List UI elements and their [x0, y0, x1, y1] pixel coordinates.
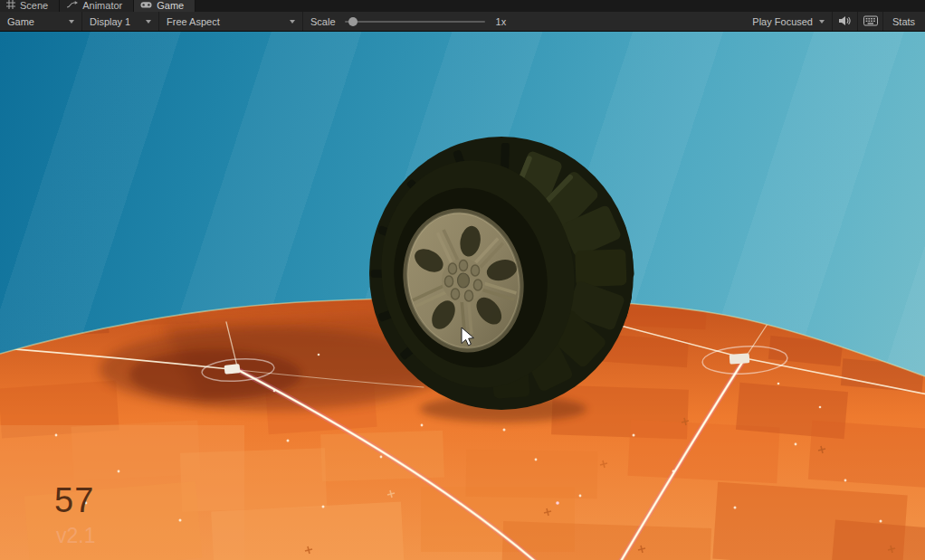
dropdown-label: Game	[7, 16, 34, 27]
version-label: v2.1	[56, 524, 95, 548]
chevron-down-icon	[146, 20, 151, 24]
game-toolbar: Game Display 1 Free Aspect Scale 1x Play…	[0, 12, 925, 32]
scale-value: 1x	[496, 16, 507, 27]
tab-label: Scene	[20, 0, 48, 11]
tab-label: Animator	[82, 0, 122, 11]
tab-animator[interactable]: Animator	[60, 0, 134, 12]
tab-game[interactable]: Game	[134, 0, 195, 12]
animator-icon	[66, 0, 78, 11]
tab-scene[interactable]: Scene	[0, 0, 60, 12]
scale-slider-group: Scale 1x	[303, 12, 513, 31]
keyboard-shortcuts-button[interactable]	[858, 12, 882, 31]
scale-slider-thumb[interactable]	[348, 17, 358, 26]
play-mode-dropdown[interactable]: Play Focused	[745, 12, 832, 31]
game-viewport[interactable]: 57 v2.1	[0, 32, 925, 560]
stats-button[interactable]: Stats	[883, 12, 925, 31]
mute-audio-button[interactable]	[833, 12, 857, 31]
scale-slider[interactable]	[345, 21, 485, 23]
dropdown-label: Play Focused	[752, 16, 813, 27]
tab-label: Game	[157, 0, 184, 11]
audio-icon	[838, 15, 852, 28]
chevron-down-icon	[69, 20, 74, 24]
chevron-down-icon	[290, 20, 295, 24]
display-dropdown[interactable]: Display 1	[82, 12, 158, 31]
dropdown-label: Display 1	[90, 16, 130, 27]
fps-counter: 57	[54, 481, 94, 520]
grid-icon	[6, 0, 15, 11]
tab-bar: Scene Animator Game	[0, 0, 925, 12]
aspect-ratio-dropdown[interactable]: Free Aspect	[159, 12, 302, 31]
display-target-dropdown[interactable]: Game	[0, 12, 81, 31]
stats-label: Stats	[892, 16, 915, 27]
unity-editor-window: Scene Animator Game Game Display 1 Free	[0, 0, 925, 560]
scale-label: Scale	[310, 16, 336, 27]
scene-render	[0, 32, 925, 560]
dropdown-label: Free Aspect	[167, 16, 220, 27]
keyboard-icon	[863, 15, 878, 28]
gamepad-icon	[140, 0, 152, 11]
toolbar-right-group: Play Focused Stats	[745, 12, 925, 31]
chevron-down-icon	[819, 20, 825, 24]
